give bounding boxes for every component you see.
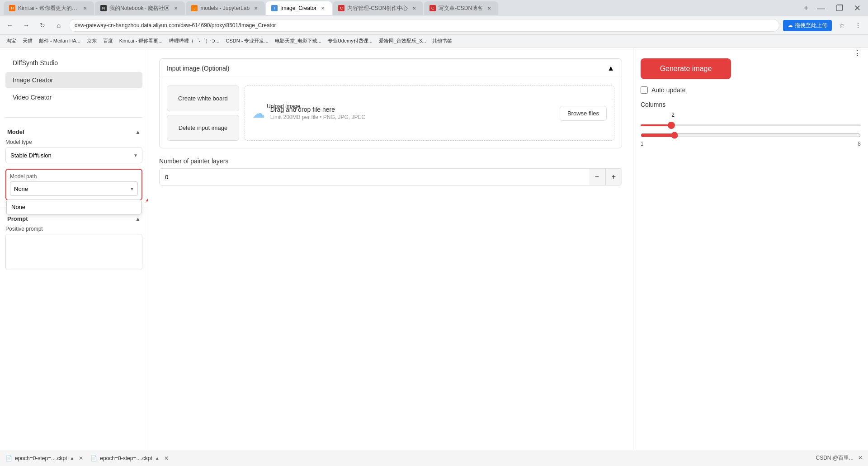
download-item-2[interactable]: 📄 epoch=0-step=....ckpt ▲ ✕ bbox=[90, 455, 168, 461]
tab-tab5[interactable]: C 内容管理-CSDN创作中心 ✕ bbox=[333, 1, 423, 15]
address-text: dsw-gateway-cn-hangzhou.data.aliyun.com/… bbox=[75, 22, 276, 29]
bookmark-item-1[interactable]: 天猫 bbox=[20, 37, 35, 45]
model-path-input-wrapper: ▼ bbox=[10, 181, 138, 196]
tab-favicon-tab6: C bbox=[429, 5, 436, 11]
bookmark-item-7[interactable]: CSDN - 专业开发... bbox=[223, 37, 271, 45]
bookmarks-button[interactable]: ☆ bbox=[835, 19, 848, 32]
upload-area[interactable]: Upload image ☁ Drag and drop file here L… bbox=[245, 86, 614, 141]
tab-title-tab6: 写文章-CSDN博客 bbox=[439, 5, 483, 12]
tab-tab3[interactable]: J models - JupyterLab ✕ bbox=[186, 1, 265, 15]
bookmark-item-10[interactable]: 爱给网_音效配乐_3... bbox=[376, 37, 429, 45]
restore-button[interactable]: ❐ bbox=[832, 3, 847, 13]
download-bar-right: CSDN @百里... ✕ bbox=[816, 454, 863, 462]
new-tab-button[interactable]: + bbox=[800, 2, 812, 14]
tab-tab1[interactable]: H Kimi.ai - 帮你看更大的世界 ✕ bbox=[4, 1, 94, 15]
bookmark-item-6[interactable]: 哔哩哔哩（゜-゜）つ... bbox=[166, 37, 222, 45]
tab-title-tab3: models - JupyterLab bbox=[200, 5, 250, 11]
tab-bar: H Kimi.ai - 帮你看更大的世界 ✕ N 我的Notebook · 魔搭… bbox=[0, 0, 868, 16]
upload-button[interactable]: ☁ 拖拽至此上传 bbox=[783, 20, 832, 31]
tab-close-tab1[interactable]: ✕ bbox=[82, 5, 89, 12]
tab-close-tab4[interactable]: ✕ bbox=[319, 5, 326, 12]
upload-limit-text: Limit 200MB per file • PNG, JPG, JPEG bbox=[270, 114, 366, 120]
sidebar-nav: DiffSynth Studio Image Creator Video Cre… bbox=[0, 48, 148, 114]
window-controls: — ❐ ✕ bbox=[813, 3, 864, 13]
tab-close-tab2[interactable]: ✕ bbox=[172, 5, 179, 12]
bookmark-item-4[interactable]: 百度 bbox=[100, 37, 116, 45]
model-section-title: Model bbox=[7, 128, 24, 135]
columns-label: Columns bbox=[641, 101, 861, 108]
more-button[interactable]: ⋮ bbox=[852, 19, 864, 32]
download-chevron-icon-1[interactable]: ▲ bbox=[70, 456, 74, 461]
sidebar-divider bbox=[5, 117, 142, 118]
painter-layers-decrement-button[interactable]: − bbox=[589, 169, 605, 185]
model-path-section: Model path ▼ None bbox=[5, 169, 142, 200]
tab-close-tab6[interactable]: ✕ bbox=[486, 5, 493, 12]
tab-close-tab3[interactable]: ✕ bbox=[252, 5, 259, 12]
back-button[interactable]: ← bbox=[4, 19, 16, 32]
bookmark-item-8[interactable]: 电影天堂_电影下载... bbox=[272, 37, 324, 45]
bookmark-item-5[interactable]: Kimi.ai - 帮你看更... bbox=[117, 37, 165, 45]
red-arrow bbox=[142, 174, 148, 212]
create-white-board-button[interactable]: Create white board bbox=[167, 86, 239, 111]
columns-section: Columns 2 1 8 bbox=[641, 101, 861, 147]
columns-max-label: 8 bbox=[858, 141, 861, 147]
download-file-icon-1: 📄 bbox=[5, 455, 12, 461]
dropdown-option-none[interactable]: None bbox=[7, 200, 141, 214]
bookmark-item-0[interactable]: 淘宝 bbox=[4, 37, 19, 45]
tab-tab6[interactable]: C 写文章-CSDN博客 ✕ bbox=[424, 1, 498, 15]
model-type-select-wrapper: Stable Diffusion ▼ bbox=[5, 147, 142, 163]
tab-tab4[interactable]: I Image_Creator ✕ bbox=[266, 1, 332, 15]
model-path-dropdown-arrow[interactable]: ▼ bbox=[130, 186, 134, 191]
model-path-label: Model path bbox=[10, 173, 138, 180]
bookmark-item-3[interactable]: 京东 bbox=[84, 37, 99, 45]
download-item-1[interactable]: 📄 epoch=0-step=....ckpt ▲ ✕ bbox=[5, 455, 83, 461]
close-button[interactable]: ✕ bbox=[850, 3, 864, 13]
painter-layers-section: Number of painter layers − + bbox=[159, 157, 622, 185]
columns-slider-thumb[interactable] bbox=[668, 122, 675, 129]
input-image-card-header[interactable]: Input image (Optional) ▲ bbox=[160, 59, 622, 78]
generate-image-button[interactable]: Generate image bbox=[641, 58, 731, 79]
address-bar[interactable]: dsw-gateway-cn-hangzhou.data.aliyun.com/… bbox=[69, 19, 779, 32]
painter-layers-input[interactable] bbox=[160, 169, 589, 185]
home-button[interactable]: ⌂ bbox=[52, 19, 65, 32]
minimize-button[interactable]: — bbox=[813, 4, 829, 13]
download-filename-1: epoch=0-step=....ckpt bbox=[15, 455, 67, 461]
delete-input-image-button[interactable]: Delete input image bbox=[167, 115, 239, 141]
auto-update-checkbox[interactable] bbox=[641, 86, 648, 94]
model-section-header[interactable]: Model ▲ bbox=[5, 125, 142, 139]
model-path-dropdown: None bbox=[6, 200, 142, 214]
download-file-icon-2: 📄 bbox=[90, 455, 97, 461]
tab-favicon-tab2: N bbox=[100, 5, 107, 11]
tab-close-tab5[interactable]: ✕ bbox=[410, 5, 418, 12]
tab-tab2[interactable]: N 我的Notebook · 魔搭社区 ✕ bbox=[95, 1, 185, 15]
columns-value: 2 bbox=[671, 112, 675, 118]
right-panel: Generate image Auto update Columns 2 1 8 bbox=[633, 48, 868, 466]
painter-layers-input-row: − + bbox=[159, 168, 622, 185]
prompt-section-title: Prompt bbox=[7, 215, 28, 222]
model-section-arrow: ▲ bbox=[135, 129, 141, 135]
sidebar-item-image-creator[interactable]: Image Creator bbox=[5, 72, 142, 88]
tab-title-tab2: 我的Notebook · 魔搭社区 bbox=[109, 5, 170, 12]
forward-button[interactable]: → bbox=[20, 19, 33, 32]
download-close-icon-2[interactable]: ✕ bbox=[164, 455, 169, 461]
positive-prompt-textarea[interactable] bbox=[5, 234, 142, 270]
prompt-section-arrow: ▲ bbox=[135, 216, 141, 222]
download-chevron-icon-2[interactable]: ▲ bbox=[155, 456, 160, 461]
model-section: Model ▲ Model type Stable Diffusion ▼ Mo… bbox=[0, 121, 148, 208]
positive-prompt-group: Positive prompt bbox=[5, 226, 142, 272]
input-image-card-body: Create white board Delete input image Up… bbox=[160, 78, 622, 148]
bookmark-item-2[interactable]: 邮件 - Meilan HA... bbox=[36, 37, 83, 45]
address-bar-row: ← → ↻ ⌂ dsw-gateway-cn-hangzhou.data.ali… bbox=[0, 16, 868, 34]
bookmark-item-11[interactable]: 其他书签 bbox=[429, 37, 455, 45]
download-close-icon-1[interactable]: ✕ bbox=[79, 455, 83, 461]
sidebar-item-diffsynth[interactable]: DiffSynth Studio bbox=[5, 55, 142, 71]
model-type-select[interactable]: Stable Diffusion bbox=[5, 147, 142, 163]
browse-files-button[interactable]: Browse files bbox=[560, 106, 607, 121]
reload-button[interactable]: ↻ bbox=[36, 19, 49, 32]
painter-layers-increment-button[interactable]: + bbox=[605, 169, 622, 185]
sidebar-item-video-creator[interactable]: Video Creator bbox=[5, 89, 142, 105]
columns-slider-input[interactable] bbox=[641, 132, 861, 139]
bookmark-item-9[interactable]: 专业Udemy付费课... bbox=[325, 37, 375, 45]
model-path-input[interactable] bbox=[10, 181, 138, 196]
columns-range-row: 1 8 bbox=[641, 141, 861, 147]
